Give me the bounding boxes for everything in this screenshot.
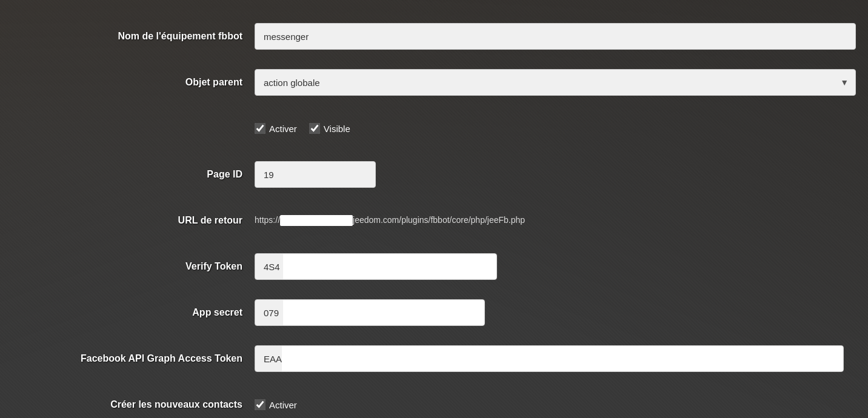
page-container: Nom de l'équipement fbbot Objet parent a… [0,0,868,418]
verify-token-input-area [255,253,856,280]
parent-object-input-area: action globale ▼ [255,69,856,96]
activer-visible-area: Activer Visible [255,123,856,134]
new-contacts-input-area: Activer [255,399,856,410]
equipment-name-row: Nom de l'équipement fbbot [12,18,856,55]
new-contacts-activer-item[interactable]: Activer [255,399,297,410]
verify-token-label: Verify Token [12,261,255,272]
app-secret-input-area [255,299,856,326]
url-retour-label: URL de retour [12,215,255,226]
equipment-name-label: Nom de l'équipement fbbot [12,31,255,42]
fb-api-token-input[interactable] [255,345,844,372]
equipment-name-input[interactable] [255,23,856,50]
url-retour-text: https:// jeedom.com/plugins/fbbot/core/p… [255,209,525,232]
equipment-name-input-area [255,23,856,50]
parent-object-row: Objet parent action globale ▼ [12,64,856,101]
visible-checkbox-item[interactable]: Visible [309,123,350,134]
parent-object-select[interactable]: action globale [255,69,856,96]
activer-checkbox-item[interactable]: Activer [255,123,297,134]
url-redacted [280,215,353,226]
parent-object-select-wrapper: action globale ▼ [255,69,856,96]
page-id-input-area [255,161,856,188]
checkbox-group: Activer Visible [255,123,350,134]
page-id-row: Page ID [12,156,856,193]
url-retour-row: URL de retour https:// jeedom.com/plugin… [12,202,856,239]
activer-checkbox[interactable] [255,123,265,134]
new-contacts-row: Créer les nouveaux contacts Activer [12,386,856,418]
parent-object-label: Objet parent [12,77,255,88]
app-secret-input[interactable] [255,299,485,326]
new-contacts-activer-checkbox[interactable] [255,399,265,410]
verify-token-input[interactable] [255,253,497,280]
activer-visible-row: Activer Visible [12,110,856,147]
new-contacts-label: Créer les nouveaux contacts [12,399,255,410]
fb-api-token-input-area [255,345,856,372]
page-id-input[interactable] [255,161,376,188]
verify-token-row: Verify Token [12,248,856,285]
visible-checkbox[interactable] [309,123,320,134]
new-contacts-checkbox-group: Activer [255,399,297,410]
fb-api-token-row: Facebook API Graph Access Token [12,340,856,377]
app-secret-label: App secret [12,307,255,318]
new-contacts-activer-label: Activer [269,400,297,410]
fb-api-token-label: Facebook API Graph Access Token [12,353,255,364]
visible-checkbox-label: Visible [324,124,350,134]
app-secret-row: App secret [12,294,856,331]
page-id-label: Page ID [12,169,255,180]
url-retour-value-area: https:// jeedom.com/plugins/fbbot/core/p… [255,209,856,232]
activer-checkbox-label: Activer [269,124,297,134]
